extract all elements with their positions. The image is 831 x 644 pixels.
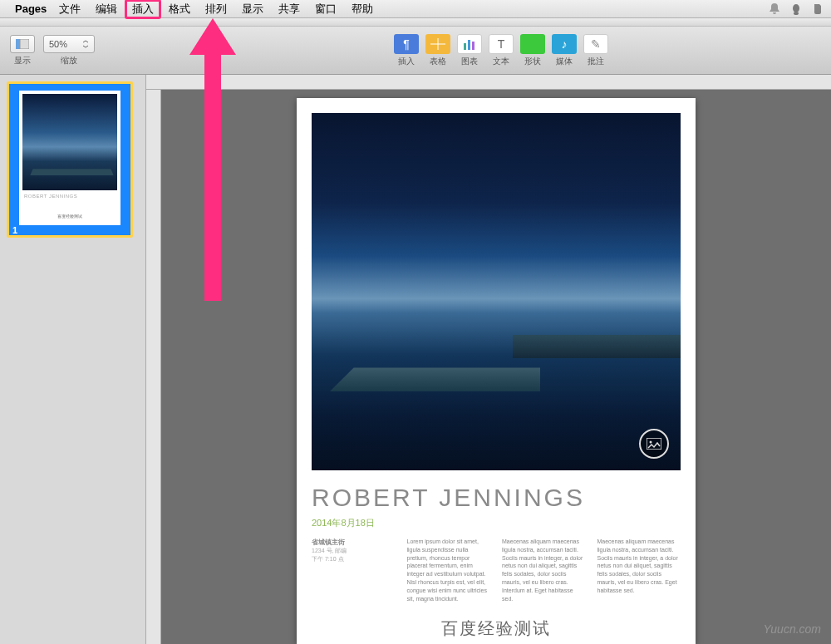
zoom-select[interactable]: 50%: [43, 35, 95, 53]
toolbar-insert[interactable]: ¶插入: [394, 34, 419, 67]
document-date[interactable]: 2014年8月18日: [312, 517, 681, 529]
zoom-value: 50%: [49, 39, 67, 49]
show-label: 显示: [14, 55, 31, 66]
toolbar-text[interactable]: T文本: [489, 34, 514, 67]
menubar: Pages 文件 编辑 插入 格式 排列 显示 共享 窗口 帮助: [0, 0, 831, 18]
svg-point-11: [650, 441, 652, 444]
menu-format[interactable]: 格式: [161, 0, 198, 18]
menu-share[interactable]: 共享: [271, 0, 307, 18]
toolbar-chart[interactable]: 图表: [457, 34, 482, 67]
svg-rect-2: [16, 39, 20, 49]
menu-help[interactable]: 帮助: [344, 0, 381, 18]
document-columns: 省城镇主街 1234 号, 邮编 下午 7:10 点 Lorem ipsum d…: [312, 538, 681, 602]
page-number: 1: [12, 225, 17, 235]
svg-point-0: [793, 4, 799, 12]
toolbar-table[interactable]: 表格: [425, 34, 450, 67]
thumbnail-title: ROBERT JENNINGS: [24, 194, 116, 200]
hero-image[interactable]: [312, 113, 681, 470]
column-2[interactable]: Lorem ipsum dolor sit amet, ligula suspe…: [407, 538, 491, 602]
menu-arrange[interactable]: 排列: [198, 0, 234, 18]
menu-edit[interactable]: 编辑: [88, 0, 125, 18]
thumbnail-image: [22, 94, 117, 190]
evernote-icon[interactable]: [811, 2, 824, 16]
horizontal-ruler: [146, 75, 831, 90]
shape-icon: [520, 34, 545, 54]
app-name[interactable]: Pages: [15, 2, 47, 15]
column-address[interactable]: 省城镇主街 1234 号, 邮编 下午 7:10 点: [312, 538, 396, 602]
show-button[interactable]: [10, 35, 35, 53]
menu-view[interactable]: 显示: [234, 0, 271, 18]
document-page[interactable]: ROBERT JENNINGS 2014年8月18日 省城镇主街 1234 号,…: [297, 98, 696, 644]
notification-icon[interactable]: [768, 2, 781, 16]
watermark: Yuucn.com: [763, 622, 821, 636]
content-area: ROBERT JENNINGS 百度经验测试 1 ROBERT JENNINGS: [0, 75, 831, 644]
toolbar-shape[interactable]: 形状: [520, 34, 545, 67]
svg-rect-9: [472, 42, 475, 50]
window-titlebar: [0, 18, 831, 27]
menu-file[interactable]: 文件: [52, 0, 88, 18]
page-thumbnails-sidebar: ROBERT JENNINGS 百度经验测试 1: [0, 75, 146, 644]
document-title[interactable]: ROBERT JENNINGS: [312, 484, 681, 512]
toolbar-center: ¶插入 表格 图表 T文本 形状 ♪媒体 ✎批注: [394, 34, 608, 67]
menu-insert[interactable]: 插入: [125, 0, 161, 19]
text-icon: T: [489, 34, 514, 54]
menu-window[interactable]: 窗口: [307, 0, 344, 18]
toolbar-show: 显示: [10, 35, 35, 66]
svg-rect-3: [20, 39, 29, 49]
media-icon: ♪: [552, 34, 577, 54]
zoom-label: 缩放: [61, 55, 77, 66]
note-icon: ✎: [583, 34, 608, 54]
toolbar-zoom: 50% 缩放: [43, 35, 95, 66]
toolbar-media[interactable]: ♪媒体: [552, 34, 577, 67]
column-4[interactable]: Maecenas aliquam maecenas ligula nostra,…: [597, 538, 681, 602]
document-canvas[interactable]: ROBERT JENNINGS 2014年8月18日 省城镇主街 1234 号,…: [146, 75, 831, 644]
svg-point-1: [794, 12, 799, 15]
svg-rect-8: [468, 40, 470, 50]
document-big-text[interactable]: 百度经验测试: [312, 617, 681, 640]
chevron-updown-icon: [82, 40, 89, 48]
svg-rect-7: [464, 43, 466, 50]
insert-icon: ¶: [394, 34, 419, 54]
column-3[interactable]: Maecenas aliquam maecenas ligula nostra,…: [502, 538, 586, 602]
page-thumbnail-1[interactable]: ROBERT JENNINGS 百度经验测试 1: [7, 81, 133, 238]
toolbar: 显示 50% 缩放 ¶插入 表格 图表 T文本 形状 ♪媒体 ✎批注: [0, 27, 831, 75]
image-placeholder-icon[interactable]: [639, 429, 669, 459]
qq-icon[interactable]: [789, 2, 803, 16]
table-icon: [425, 34, 450, 54]
chart-icon: [457, 34, 482, 54]
vertical-ruler: [146, 90, 161, 644]
toolbar-note[interactable]: ✎批注: [583, 34, 608, 67]
thumbnail-footer: 百度经验测试: [24, 214, 116, 219]
